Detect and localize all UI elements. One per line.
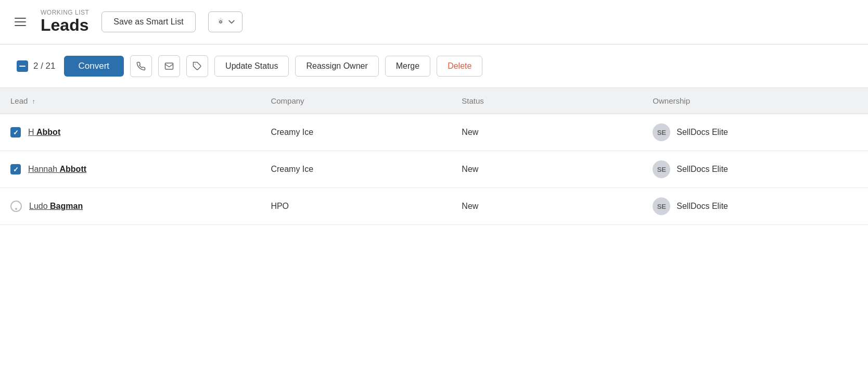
ownership-cell: SESellDocs Elite — [642, 114, 868, 151]
chevron-down-icon — [228, 19, 235, 25]
convert-button[interactable]: Convert — [64, 56, 124, 77]
delete-button[interactable]: Delete — [437, 56, 482, 77]
tag-button[interactable] — [186, 55, 208, 77]
checkbox-checked[interactable] — [10, 127, 21, 138]
checkbox-checked[interactable] — [10, 164, 21, 174]
avatar: SE — [653, 160, 670, 178]
svg-rect-0 — [165, 63, 173, 69]
gear-icon — [216, 17, 225, 27]
ownership-name: SellDocs Elite — [676, 202, 728, 211]
phone-button[interactable] — [130, 55, 152, 77]
email-icon — [164, 61, 174, 71]
avatar: SE — [653, 197, 670, 215]
avatar: SE — [653, 123, 670, 141]
toolbar: 2 / 21 Convert Update Status Reassign Ow… — [0, 45, 868, 88]
selected-count-label: 2 / 21 — [33, 61, 56, 71]
ownership-cell: SESellDocs Elite — [642, 151, 868, 188]
company-cell: Creamy Ice — [260, 151, 451, 188]
lead-cell-1: Hannah Abbott — [0, 151, 260, 188]
table-row: Hannah AbbottCreamy IceNewSESellDocs Eli… — [0, 151, 868, 188]
column-header-status[interactable]: Status — [451, 88, 642, 114]
merge-button[interactable]: Merge — [385, 56, 430, 77]
status-cell: New — [451, 151, 642, 188]
phone-icon — [136, 61, 146, 71]
lead-name[interactable]: Ludo Bagman — [29, 202, 83, 211]
lead-cell-0: H Abbot — [0, 114, 260, 151]
table-row: H AbbotCreamy IceNewSESellDocs Elite — [0, 114, 868, 151]
lead-cell-2: Ludo Bagman — [0, 188, 260, 225]
spinner-icon — [10, 201, 22, 212]
ownership-name: SellDocs Elite — [676, 165, 728, 174]
header: WORKING LIST Leads Save as Smart List — [0, 0, 868, 45]
table-header-row: Lead ↑ Company Status Ownership — [0, 88, 868, 114]
table-row: Ludo BagmanHPONewSESellDocs Elite — [0, 188, 868, 225]
ownership-name: SellDocs Elite — [676, 128, 728, 137]
ownership-cell: SESellDocs Elite — [642, 188, 868, 225]
sort-icon: ↑ — [32, 98, 35, 105]
column-header-ownership[interactable]: Ownership — [642, 88, 868, 114]
column-header-lead[interactable]: Lead ↑ — [0, 88, 260, 114]
lead-name[interactable]: Hannah Abbott — [28, 165, 86, 174]
leads-table: Lead ↑ Company Status Ownership H AbbotC… — [0, 88, 868, 225]
lead-name[interactable]: H Abbot — [28, 128, 60, 137]
page-title: Leads — [41, 16, 89, 34]
email-button[interactable] — [158, 55, 180, 77]
hamburger-menu-icon[interactable] — [12, 16, 28, 28]
gear-dropdown-button[interactable] — [208, 11, 242, 32]
status-cell: New — [451, 114, 642, 151]
update-status-button[interactable]: Update Status — [214, 56, 289, 77]
reassign-owner-button[interactable]: Reassign Owner — [295, 56, 378, 77]
tag-icon — [193, 61, 202, 71]
column-header-company[interactable]: Company — [260, 88, 451, 114]
company-cell: Creamy Ice — [260, 114, 451, 151]
company-cell: HPO — [260, 188, 451, 225]
status-cell: New — [451, 188, 642, 225]
title-group: WORKING LIST Leads — [41, 9, 89, 34]
deselect-all-button[interactable] — [17, 60, 28, 72]
select-count-indicator: 2 / 21 — [17, 60, 56, 72]
save-smart-list-button[interactable]: Save as Smart List — [101, 11, 195, 32]
